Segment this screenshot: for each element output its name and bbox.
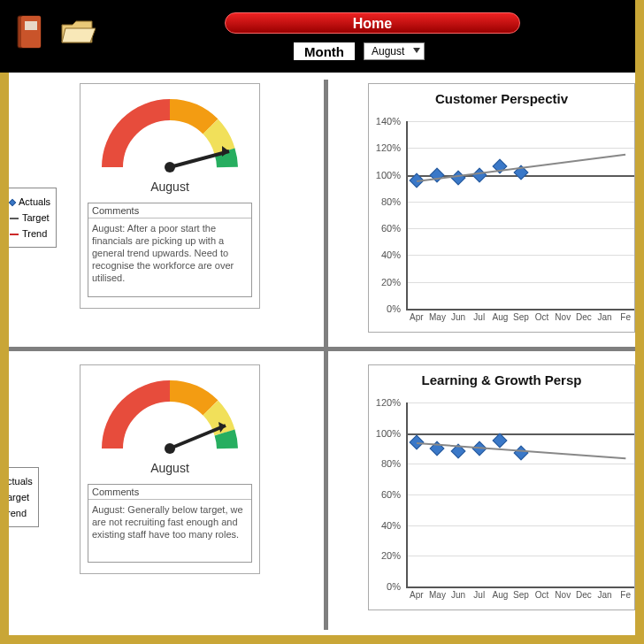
gauge-chart xyxy=(95,369,245,457)
comments-text[interactable]: August: Generally below target, we are n… xyxy=(88,500,251,562)
dashboard-content: Actuals Target Trend August Comments Aug… xyxy=(9,73,635,635)
x-tick-label: Sep xyxy=(513,312,529,322)
gauge-panel: August Comments August: Generally below … xyxy=(80,364,260,574)
y-tick-label: 20% xyxy=(381,277,401,288)
y-tick-label: 20% xyxy=(381,550,401,561)
y-tick-label: 60% xyxy=(381,489,401,500)
gauge-month-label: August xyxy=(80,180,259,194)
x-tick-label: Oct xyxy=(535,590,549,600)
month-selector-row: Month August xyxy=(294,42,425,60)
legend-trend-partial: rend xyxy=(7,508,27,518)
legend-actuals-partial: ctuals xyxy=(7,476,33,487)
vertical-divider xyxy=(324,80,328,630)
svg-rect-1 xyxy=(21,16,41,48)
x-tick-label: Jun xyxy=(451,590,465,600)
quadrant-customer-chart: Customer Perspectiv 0%20%40%60%80%100%12… xyxy=(329,73,635,347)
quadrant-learning-gauge: ctuals arget rend August Comments August… xyxy=(9,352,324,635)
learning-chart-panel: Learning & Growth Persp 0%20%40%60%80%10… xyxy=(368,364,635,610)
x-tick-label: Nov xyxy=(555,590,571,600)
y-tick-label: 40% xyxy=(381,249,401,260)
gauge-month-label: August xyxy=(80,461,259,475)
y-tick-label: 80% xyxy=(381,196,401,207)
comments-box: Comments August: Generally below target,… xyxy=(88,484,252,563)
comments-text[interactable]: August: After a poor start the financial… xyxy=(88,218,251,296)
x-tick-label: Nov xyxy=(555,312,571,322)
month-label: Month xyxy=(294,42,355,60)
x-tick-label: Jun xyxy=(451,312,465,322)
x-tick-label: Aug xyxy=(492,312,508,322)
x-tick-label: Fe xyxy=(620,312,631,322)
y-tick-label: 100% xyxy=(376,428,401,439)
home-tab[interactable]: Home xyxy=(225,12,520,34)
legend-target-partial: arget xyxy=(7,492,29,502)
svg-point-8 xyxy=(165,443,175,454)
x-tick-label: Dec xyxy=(576,590,592,600)
legend-box: Actuals Target Trend xyxy=(7,188,57,248)
y-tick-label: 100% xyxy=(376,170,401,180)
customer-chart-title: Customer Perspectiv xyxy=(369,84,634,110)
target-line xyxy=(406,433,634,435)
x-tick-label: Fe xyxy=(620,590,631,600)
x-tick-label: Jul xyxy=(473,590,485,600)
x-tick-label: Aug xyxy=(492,590,508,600)
address-book-icon[interactable] xyxy=(16,14,44,50)
y-tick-label: 120% xyxy=(376,397,401,408)
x-tick-label: Sep xyxy=(513,590,529,600)
x-tick-label: Dec xyxy=(576,312,592,322)
x-tick-label: Apr xyxy=(410,590,424,600)
open-folder-icon[interactable] xyxy=(60,18,96,48)
horizontal-divider xyxy=(9,347,635,351)
x-tick-label: Jan xyxy=(597,590,611,600)
comments-box: Comments August: After a poor start the … xyxy=(88,203,252,297)
learning-chart-title: Learning & Growth Persp xyxy=(369,365,634,391)
svg-point-5 xyxy=(165,162,175,172)
legend-trend: Trend xyxy=(22,228,47,239)
data-point xyxy=(514,446,529,461)
customer-chart-panel: Customer Perspectiv 0%20%40%60%80%100%12… xyxy=(368,83,635,333)
svg-rect-2 xyxy=(25,21,37,30)
customer-chart-area xyxy=(406,121,634,309)
x-tick-label: Jul xyxy=(473,312,485,322)
comments-label: Comments xyxy=(88,485,251,500)
top-toolbar: Home Month August xyxy=(0,0,644,73)
y-tick-label: 40% xyxy=(381,520,401,531)
comments-label: Comments xyxy=(88,203,251,218)
y-tick-label: 80% xyxy=(381,458,401,469)
x-tick-label: Jan xyxy=(597,312,611,322)
y-tick-label: 0% xyxy=(387,581,401,592)
x-tick-label: Oct xyxy=(535,312,549,322)
y-tick-label: 60% xyxy=(381,223,401,234)
legend-target: Target xyxy=(22,212,50,223)
gauge-panel: August Comments August: After a poor sta… xyxy=(80,83,260,309)
legend-box-partial: ctuals arget rend xyxy=(7,467,39,527)
legend-actuals: Actuals xyxy=(19,196,50,207)
month-dropdown[interactable]: August xyxy=(364,42,425,60)
gauge-chart xyxy=(95,88,245,176)
x-tick-label: May xyxy=(429,590,446,600)
y-tick-label: 140% xyxy=(376,116,401,126)
y-tick-label: 120% xyxy=(376,142,401,153)
quadrant-customer-gauge: Actuals Target Trend August Comments Aug… xyxy=(9,73,324,347)
data-point xyxy=(493,433,508,448)
x-tick-label: May xyxy=(429,312,446,322)
x-tick-label: Apr xyxy=(410,312,424,322)
learning-chart-area xyxy=(406,402,634,586)
y-tick-label: 0% xyxy=(387,303,401,314)
quadrant-learning-chart: Learning & Growth Persp 0%20%40%60%80%10… xyxy=(329,352,635,635)
